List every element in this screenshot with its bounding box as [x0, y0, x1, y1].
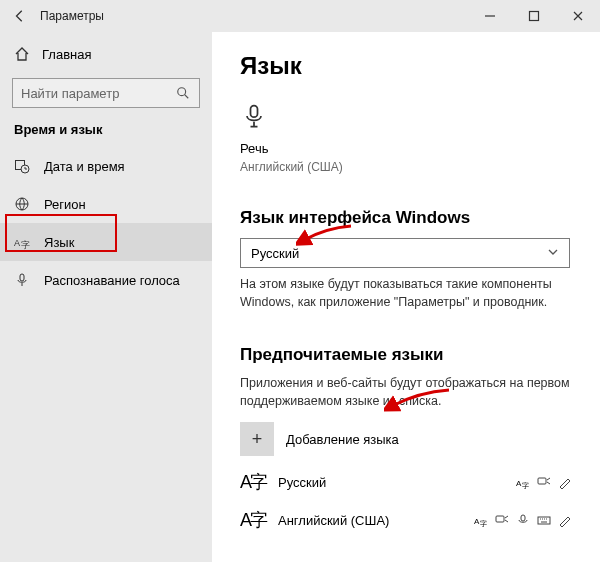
chevron-down-icon — [547, 246, 559, 261]
text-to-speech-icon — [495, 513, 509, 527]
interface-language-dropdown[interactable]: Русский — [240, 238, 570, 268]
svg-rect-11 — [538, 478, 546, 484]
minimize-icon — [483, 9, 497, 23]
sidebar-item-label: Распознавание голоса — [44, 273, 180, 288]
svg-text:字: 字 — [480, 520, 487, 527]
add-language-button[interactable]: + Добавление языка — [240, 422, 580, 456]
sidebar-item-speech[interactable]: Распознавание голоса — [0, 261, 212, 299]
language-glyph-icon: A字 — [240, 470, 266, 494]
calendar-clock-icon — [14, 158, 30, 174]
minimize-button[interactable] — [468, 0, 512, 32]
speech-sublabel: Английский (США) — [240, 160, 580, 174]
svg-point-1 — [178, 88, 186, 96]
arrow-left-icon — [13, 9, 27, 23]
maximize-icon — [527, 9, 541, 23]
language-glyph-icon: A字 — [240, 508, 266, 532]
microphone-icon — [240, 102, 580, 133]
svg-rect-16 — [538, 517, 550, 524]
interface-language-desc: На этом языке будут показываться такие к… — [240, 276, 570, 311]
language-name: Русский — [278, 475, 326, 490]
home-nav[interactable]: Главная — [0, 36, 212, 72]
svg-rect-15 — [521, 515, 525, 521]
language-feature-icons: A字 — [474, 513, 572, 527]
close-icon — [571, 9, 585, 23]
keyboard-icon — [537, 513, 551, 527]
search-icon — [175, 85, 191, 101]
svg-text:A: A — [14, 238, 20, 248]
speech-recognition-icon — [516, 513, 530, 527]
section-title-interface: Язык интерфейса Windows — [240, 208, 580, 228]
search-input[interactable]: Найти параметр — [12, 78, 200, 108]
handwriting-icon — [558, 475, 572, 489]
speech-tile[interactable]: Речь Английский (США) — [240, 102, 580, 174]
titlebar: Параметры — [0, 0, 600, 32]
sidebar-item-label: Регион — [44, 197, 86, 212]
svg-rect-7 — [20, 274, 24, 281]
sidebar-item-language[interactable]: A字 Язык — [0, 223, 212, 261]
svg-text:字: 字 — [522, 482, 529, 489]
sidebar-item-label: Язык — [44, 235, 74, 250]
svg-rect-14 — [496, 516, 504, 522]
home-label: Главная — [42, 47, 91, 62]
plus-icon: + — [240, 422, 274, 456]
preferred-desc: Приложения и веб-сайты будут отображатьс… — [240, 375, 570, 410]
handwriting-icon — [558, 513, 572, 527]
back-button[interactable] — [0, 0, 40, 32]
globe-icon — [14, 196, 30, 212]
search-placeholder: Найти параметр — [21, 86, 119, 101]
display-language-icon: A字 — [516, 475, 530, 489]
category-header: Время и язык — [0, 122, 212, 147]
maximize-button[interactable] — [512, 0, 556, 32]
main-content: Язык Речь Английский (США) Язык интерфей… — [212, 32, 600, 562]
window-title: Параметры — [40, 9, 104, 23]
dropdown-value: Русский — [251, 246, 299, 261]
svg-rect-0 — [530, 12, 539, 21]
language-name: Английский (США) — [278, 513, 389, 528]
language-item-english[interactable]: A字 Английский (США) A字 — [240, 508, 572, 532]
sidebar-item-label: Дата и время — [44, 159, 125, 174]
language-item-russian[interactable]: A字 Русский A字 — [240, 470, 572, 494]
microphone-icon — [14, 272, 30, 288]
page-title: Язык — [240, 52, 580, 80]
text-to-speech-icon — [537, 475, 551, 489]
svg-text:字: 字 — [21, 240, 30, 250]
section-title-preferred: Предпочитаемые языки — [240, 345, 580, 365]
sidebar-item-region[interactable]: Регион — [0, 185, 212, 223]
speech-label: Речь — [240, 141, 580, 156]
home-icon — [14, 46, 30, 62]
language-icon: A字 — [14, 234, 30, 250]
add-language-label: Добавление языка — [286, 432, 399, 447]
sidebar-item-datetime[interactable]: Дата и время — [0, 147, 212, 185]
close-button[interactable] — [556, 0, 600, 32]
display-language-icon: A字 — [474, 513, 488, 527]
language-feature-icons: A字 — [516, 475, 572, 489]
sidebar: Главная Найти параметр Время и язык Дата… — [0, 32, 212, 562]
svg-rect-8 — [251, 106, 258, 118]
